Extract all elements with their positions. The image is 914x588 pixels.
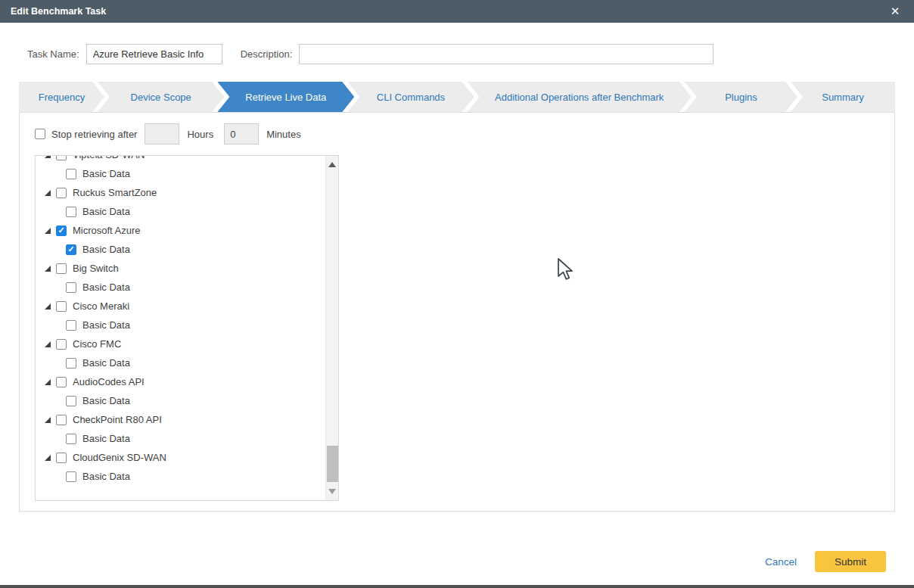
hours-label: Hours xyxy=(187,129,213,140)
dialog-bottom-edge xyxy=(0,585,914,588)
submit-button[interactable]: Submit xyxy=(815,551,886,572)
tab-label: Summary xyxy=(822,92,864,103)
tab-device-scope[interactable]: Device Scope xyxy=(98,82,224,112)
tree-row-audiocodes-api[interactable]: AudioCodes API xyxy=(36,372,325,391)
tree-checkbox[interactable] xyxy=(66,244,76,255)
tree-item-label: Viptela SD-WAN xyxy=(73,155,145,160)
tab-summary[interactable]: Summary xyxy=(791,82,895,112)
tree-row-checkpoint-r80-api[interactable]: CheckPoint R80 API xyxy=(36,410,325,429)
tree-item-label: Basic Data xyxy=(82,282,130,293)
tree-checkbox[interactable] xyxy=(56,155,67,160)
tree-row-cisco-meraki[interactable]: Cisco Meraki xyxy=(36,297,325,316)
task-form-row: Task Name: Description: xyxy=(27,44,895,64)
tree-row-big-switch[interactable]: Big Switch xyxy=(36,259,325,278)
scrollbar-thumb[interactable] xyxy=(327,446,338,482)
tree-item-label: Basic Data xyxy=(82,319,130,331)
tree-checkbox[interactable] xyxy=(56,188,67,198)
tree-item-label: CloudGenix SD-WAN xyxy=(73,452,166,463)
dialog-titlebar: Edit Benchmark Task ✕ xyxy=(0,0,914,23)
tree-item-label: Basic Data xyxy=(82,168,130,179)
close-icon[interactable]: ✕ xyxy=(887,3,903,20)
tree-checkbox[interactable] xyxy=(56,339,67,350)
tab-label: Device Scope xyxy=(131,92,191,103)
tree-checkbox[interactable] xyxy=(66,471,76,482)
tree-checkbox[interactable] xyxy=(66,169,76,179)
minutes-input[interactable] xyxy=(224,123,259,145)
task-name-label: Task Name: xyxy=(27,48,79,60)
cancel-button[interactable]: Cancel xyxy=(765,556,797,568)
expanded-triangle-icon[interactable] xyxy=(45,379,51,385)
stop-retrieving-label: Stop retrieving after xyxy=(51,129,137,140)
triangle-down-icon[interactable] xyxy=(328,489,336,494)
tree-row-basic-data[interactable]: Basic Data xyxy=(36,278,325,297)
tree-checkbox[interactable] xyxy=(56,301,67,312)
tree-checkbox[interactable] xyxy=(66,207,76,217)
tree-row-cloudgenix-sd-wan[interactable]: CloudGenix SD-WAN xyxy=(36,448,325,467)
stop-retrieving-checkbox[interactable] xyxy=(35,129,45,139)
tree-row-microsoft-azure[interactable]: Microsoft Azure xyxy=(36,221,325,240)
tab-frequency[interactable]: Frequency xyxy=(19,82,104,112)
tab-additional-operations-after-benchmark[interactable]: Additional Operations after Benchmark xyxy=(468,82,692,112)
tree-row-basic-data[interactable]: Basic Data xyxy=(36,429,325,448)
tree-item-label: Basic Data xyxy=(82,244,130,255)
edit-benchmark-task-dialog: Edit Benchmark Task ✕ Task Name: Descrip… xyxy=(0,0,914,588)
tree-row-viptela-sd-wan[interactable]: Viptela SD-WAN xyxy=(36,155,325,164)
data-type-tree: Viptela SD-WANBasic DataRuckus SmartZone… xyxy=(35,155,339,501)
tab-label: Plugins xyxy=(725,92,757,103)
tree-scrollbar[interactable] xyxy=(325,156,338,500)
tree-checkbox[interactable] xyxy=(66,396,76,406)
tree-row-cisco-fmc[interactable]: Cisco FMC xyxy=(36,334,325,353)
tree-item-label: Basic Data xyxy=(82,433,130,444)
tree-row-basic-data[interactable]: Basic Data xyxy=(36,353,325,372)
expanded-triangle-icon[interactable] xyxy=(45,303,51,310)
tree-rows: Viptela SD-WANBasic DataRuckus SmartZone… xyxy=(36,155,325,486)
triangle-up-icon[interactable] xyxy=(328,162,336,167)
hours-input[interactable] xyxy=(145,123,179,145)
tree-checkbox[interactable] xyxy=(66,358,76,369)
tab-cli-commands[interactable]: CLI Commands xyxy=(347,82,474,112)
expanded-triangle-icon[interactable] xyxy=(45,155,51,158)
expanded-triangle-icon[interactable] xyxy=(45,228,51,234)
expanded-triangle-icon[interactable] xyxy=(45,341,51,347)
tree-item-label: CheckPoint R80 API xyxy=(73,414,162,425)
tree-row-basic-data[interactable]: Basic Data xyxy=(36,164,325,183)
expanded-triangle-icon[interactable] xyxy=(45,190,51,196)
description-input[interactable] xyxy=(299,44,713,64)
tree-checkbox[interactable] xyxy=(56,415,67,425)
expanded-triangle-icon[interactable] xyxy=(45,417,51,423)
tree-row-basic-data[interactable]: Basic Data xyxy=(36,391,325,410)
tree-checkbox[interactable] xyxy=(66,282,76,293)
tab-label: Frequency xyxy=(39,92,85,103)
tree-item-label: Cisco FMC xyxy=(73,338,121,350)
task-name-input[interactable] xyxy=(86,44,222,64)
tree-item-label: Microsoft Azure xyxy=(73,225,141,236)
tab-plugins[interactable]: Plugins xyxy=(685,82,797,112)
tree-checkbox[interactable] xyxy=(56,377,67,387)
wizard-tab-strip: FrequencyDevice ScopeRetrieve Live DataC… xyxy=(19,82,895,112)
tree-item-label: Cisco Meraki xyxy=(73,300,129,312)
dialog-footer: Cancel Submit xyxy=(765,551,886,572)
retrieve-live-data-panel: Stop retrieving after Hours Minutes Vipt… xyxy=(19,112,895,512)
stop-retrieving-row: Stop retrieving after Hours Minutes xyxy=(35,123,312,145)
tree-row-ruckus-smartzone[interactable]: Ruckus SmartZone xyxy=(36,183,325,202)
expanded-triangle-icon[interactable] xyxy=(45,266,51,272)
tab-label: Retrieve Live Data xyxy=(245,92,326,103)
expanded-triangle-icon[interactable] xyxy=(45,455,51,461)
dialog-title: Edit Benchmark Task xyxy=(11,6,106,17)
tree-row-basic-data[interactable]: Basic Data xyxy=(36,467,325,486)
tree-checkbox[interactable] xyxy=(66,434,76,444)
tree-checkbox[interactable] xyxy=(56,226,67,236)
tree-checkbox[interactable] xyxy=(66,320,76,331)
tab-label: CLI Commands xyxy=(377,92,445,103)
tree-row-basic-data[interactable]: Basic Data xyxy=(36,202,325,221)
tree-item-label: Basic Data xyxy=(82,395,130,406)
tree-checkbox[interactable] xyxy=(56,453,67,463)
tree-row-basic-data[interactable]: Basic Data xyxy=(36,316,325,334)
tree-checkbox[interactable] xyxy=(56,263,67,274)
tree-item-label: Big Switch xyxy=(73,263,119,274)
description-label: Description: xyxy=(241,48,293,60)
tree-item-label: Basic Data xyxy=(82,206,130,217)
tree-item-label: Basic Data xyxy=(82,357,130,369)
tree-row-basic-data[interactable]: Basic Data xyxy=(36,240,325,259)
tab-retrieve-live-data[interactable]: Retrieve Live Data xyxy=(217,82,354,112)
